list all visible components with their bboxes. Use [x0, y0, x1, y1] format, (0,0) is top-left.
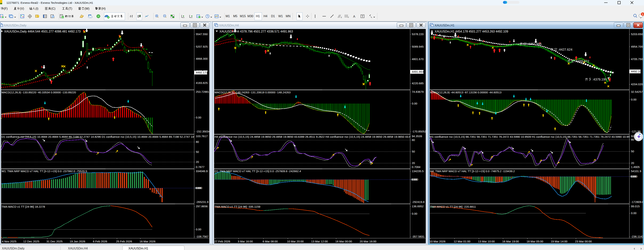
- svg-text:10 Mar 2026: 10 Mar 2026: [430, 240, 446, 243]
- svg-text:4 Nov 2025: 4 Nov 2025: [2, 240, 16, 243]
- svg-text:M5: M5: [233, 15, 237, 18]
- svg-text:25 Feb 2026: 25 Feb 2026: [116, 240, 132, 243]
- svg-text:M1: M1: [226, 15, 230, 18]
- svg-text:4204.020: 4204.020: [631, 83, 643, 86]
- svg-text:27 Feb 2026: 27 Feb 2026: [214, 240, 230, 243]
- svg-text:0.7877: 0.7877: [196, 165, 204, 169]
- svg-text:0.00: 0.00: [413, 178, 418, 181]
- svg-text:136.6952: 136.6952: [412, 205, 424, 208]
- svg-text:6 Mar 08:00: 6 Mar 08:00: [262, 240, 278, 243]
- svg-text::4427.624: :4427.624: [558, 48, 572, 51]
- svg-text:4868.300: 4868.300: [196, 57, 208, 60]
- svg-text:0.00: 0.00: [631, 211, 636, 215]
- svg-text:0.00: 0.00: [196, 228, 201, 231]
- svg-text:W1: W1: [278, 15, 283, 18]
- svg-text:4492.173: 4492.173: [196, 71, 208, 74]
- svg-text:0.00: 0.00: [197, 186, 202, 189]
- svg-text:0.00: 0.00: [412, 102, 417, 105]
- svg-text:4183.825: 4183.825: [196, 81, 208, 85]
- svg-text:18 Mar 00:00: 18 Mar 00:00: [335, 240, 352, 243]
- svg-text:20 Mar 16:00: 20 Mar 16:00: [360, 240, 376, 243]
- svg-text:MACD(12,26,9) -133.89220 -40.3: MACD(12,26,9) -133.89220 -40.33534 0.000…: [2, 91, 76, 94]
- svg-text:-236.1143: -236.1143: [631, 235, 644, 238]
- svg-text:D1: TMA NRP MACD v7 HAL TT [3-: D1: TMA NRP MACD v7 HAL TT [3-12->15] 0.…: [214, 169, 301, 173]
- svg-text:1.4905: 1.4905: [631, 165, 640, 169]
- svg-text:H4 confluence rsx (10,5,15) 24: H4 confluence rsx (10,5,15) 24.4858 19.9…: [214, 135, 419, 138]
- svg-text:19 Mar 14:00: 19 Mar 14:00: [551, 240, 567, 243]
- svg-text:3 Mar 16:00: 3 Mar 16:00: [238, 240, 253, 243]
- svg-text:D1 confluence rsx (10,5,15) 10: D1 confluence rsx (10,5,15) 10.4684 20.4…: [2, 135, 201, 138]
- svg-text:5207.925: 5207.925: [196, 45, 208, 48]
- svg-text:103.7617: 103.7617: [196, 135, 208, 138]
- svg-text:XAUUSDm,H4: XAUUSDm,H4: [219, 24, 239, 27]
- svg-text:74.83679: 74.83679: [412, 90, 424, 93]
- svg-text:4220.685: 4220.685: [412, 82, 424, 85]
- svg-text:12 Dec 2025: 12 Dec 2025: [23, 240, 39, 243]
- svg-text:134235.5: 134235.5: [412, 169, 424, 173]
- svg-text:(H): (H): [102, 7, 106, 10]
- svg-text:H4: H4: [264, 15, 268, 18]
- svg-text:297.8656: 297.8656: [196, 205, 208, 208]
- svg-text:0.00: 0.00: [412, 212, 417, 215]
- svg-text:XAUUSDm,Daily: XAUUSDm,Daily: [4, 24, 26, 27]
- svg-text:31 Dec 2025: 31 Dec 2025: [46, 240, 62, 243]
- svg-text:A: A: [353, 15, 355, 18]
- svg-text:-292419.8: -292419.8: [412, 200, 424, 203]
- svg-text:99.015: 99.015: [631, 205, 640, 208]
- svg-text:5203.650: 5203.650: [631, 33, 643, 36]
- svg-text:H1: H1: [256, 15, 260, 18]
- svg-text:TMA MACD v1 TT [24-96] -335.11: TMA MACD v1 TT [24-96] -335.1159: [214, 205, 260, 208]
- svg-text:23 Mar 00:00: 23 Mar 00:00: [575, 240, 592, 243]
- svg-text:XAUUSDm.H1: XAUUSDm.H1: [128, 247, 148, 250]
- svg-text:-265231.9: -265231.9: [196, 200, 209, 203]
- svg-text:19 Jan 2026: 19 Jan 2026: [70, 240, 85, 243]
- svg-text:50: 50: [412, 150, 415, 153]
- svg-text:XAUUSDm,Daily 4464.544 4501.2: XAUUSDm,Daily 4464.544 4501.277 4098.481…: [4, 30, 80, 33]
- svg-text:-172809.8: -172809.8: [631, 200, 644, 203]
- svg-text:10 Mar 20:00: 10 Mar 20:00: [287, 240, 304, 243]
- svg-text:MN: MN: [286, 15, 290, 18]
- svg-text:0.7084: 0.7084: [412, 165, 420, 169]
- svg-text:4705.750: 4705.750: [631, 58, 643, 61]
- svg-text:M30: M30: [247, 15, 253, 18]
- svg-text:(I): (I): [36, 7, 38, 10]
- svg-text:5089.945: 5089.945: [412, 45, 424, 48]
- svg-text:T: T: [362, 15, 363, 18]
- svg-text::4469.072: :4469.072: [575, 60, 589, 63]
- svg-text:(T): (T): [68, 7, 72, 10]
- svg-text:(V): (V): [20, 7, 24, 10]
- svg-text:XAUUSDm,H1 4454.178 4501.277: XAUUSDm,H1 4454.178 4501.277 4453.263 44…: [434, 30, 508, 33]
- svg-text:W1: TMA NRP MACD v7 HAL TT [3-: W1: TMA NRP MACD v7 HAL TT [3-12->15] 0.…: [2, 169, 87, 173]
- svg-text:5547.550: 5547.550: [196, 33, 208, 36]
- svg-text:20: 20: [412, 161, 415, 165]
- svg-text:4801.670: 4801.670: [412, 58, 424, 61]
- svg-text:0.00: 0.00: [631, 98, 636, 101]
- svg-text:94.3539: 94.3539: [412, 135, 422, 138]
- svg-text:80: 80: [631, 138, 634, 141]
- svg-text:H1 confluence rsx (10,5,15) 66: H1 confluence rsx (10,5,15) 66.7351 56.7…: [430, 135, 633, 138]
- svg-text:12276871: Exness-Real2 - Exnes: 12276871: Exness-Real2 - Exness Technolo…: [6, 1, 93, 4]
- svg-text:H4: TMA NRP MACD v7 HAL TT [3-: H4: TMA NRP MACD v7 HAL TT [3-12->15] 0.…: [430, 169, 515, 173]
- svg-text:0.00: 0.00: [196, 116, 201, 119]
- svg-text:D1: D1: [271, 15, 275, 18]
- svg-text:-108.7567: -108.7567: [196, 235, 209, 238]
- svg-text:253.72881: 253.72881: [196, 90, 209, 93]
- svg-text::4467.966: :4467.966: [527, 42, 542, 46]
- svg-text:32.54257: 32.54257: [631, 90, 643, 93]
- svg-text:4491.863: 4491.863: [412, 70, 424, 73]
- svg-text:13 Mar 12:00: 13 Mar 12:00: [311, 240, 328, 243]
- svg-text:MACD(12,26,9) -44.60513 -87.13: MACD(12,26,9) -44.60513 -87.13156 0.0000…: [430, 91, 502, 94]
- svg-text:F: F: [348, 17, 349, 18]
- svg-text::4379.195: :4379.195: [592, 78, 607, 81]
- svg-text:5378.220: 5378.220: [412, 33, 424, 36]
- svg-text:0.00: 0.00: [632, 175, 638, 178]
- svg-text:12 Mar 01:00: 12 Mar 01:00: [454, 240, 470, 243]
- svg-text:16 Mar 2026: 16 Mar 2026: [140, 240, 156, 243]
- svg-text:16 Mar 19:00: 16 Mar 19:00: [502, 240, 519, 243]
- svg-text:1: 1: [642, 13, 643, 16]
- svg-text:4954.700: 4954.700: [631, 45, 643, 48]
- svg-text:18 Mar 05:00: 18 Mar 05:00: [526, 240, 543, 243]
- svg-text:(F): (F): [4, 7, 8, 10]
- svg-text:4492.109: 4492.109: [631, 70, 643, 73]
- svg-text:50: 50: [631, 150, 634, 153]
